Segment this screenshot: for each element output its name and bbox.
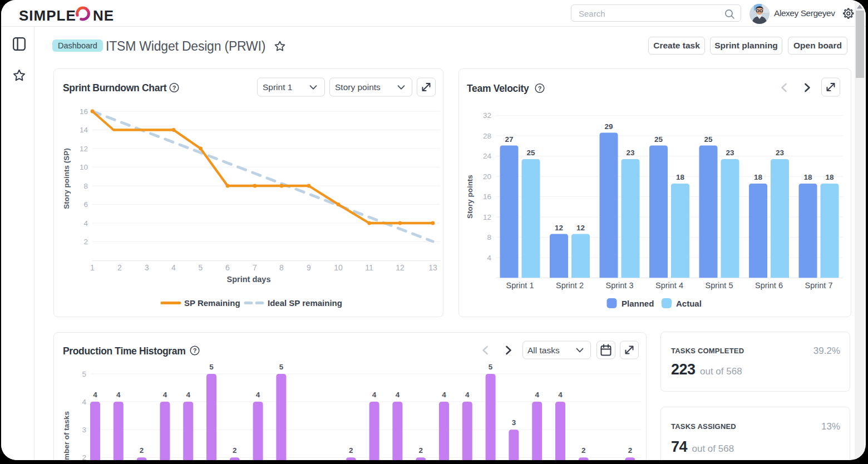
svg-text:Sprint 1: Sprint 1 [263, 82, 292, 92]
svg-text:18: 18 [803, 173, 812, 181]
svg-text:23: 23 [626, 149, 635, 157]
svg-text:Sprint Burndown Chart: Sprint Burndown Chart [63, 82, 167, 93]
svg-text:28: 28 [483, 132, 491, 140]
svg-text:4: 4 [372, 391, 377, 399]
svg-text:4: 4 [186, 391, 190, 399]
svg-text:5: 5 [199, 263, 203, 272]
svg-text:12: 12 [576, 224, 585, 232]
svg-text:24: 24 [483, 152, 492, 160]
svg-text:9: 9 [307, 263, 311, 272]
svg-text:NE: NE [93, 7, 114, 23]
svg-text:4: 4 [93, 391, 97, 399]
svg-text:2: 2 [140, 446, 144, 455]
svg-text:4: 4 [256, 391, 260, 399]
svg-text:2: 2 [418, 446, 423, 455]
svg-text:6: 6 [225, 263, 230, 272]
svg-text:12: 12 [396, 263, 405, 272]
svg-text:2: 2 [349, 446, 353, 455]
svg-text:25: 25 [654, 135, 663, 144]
svg-text:8: 8 [279, 263, 284, 272]
svg-text:10: 10 [80, 163, 88, 171]
svg-text:5: 5 [279, 363, 284, 371]
svg-text:Sprint 2: Sprint 2 [556, 281, 584, 290]
svg-text:5: 5 [489, 363, 493, 371]
svg-text:4: 4 [82, 398, 86, 406]
svg-text:?: ? [193, 347, 197, 354]
svg-text:2: 2 [82, 453, 86, 460]
svg-text:10: 10 [334, 263, 343, 272]
svg-text:?: ? [172, 85, 176, 91]
svg-text:2: 2 [581, 446, 586, 455]
svg-text:Story points: Story points [466, 175, 474, 219]
svg-text:Ideal SP remaining: Ideal SP remaining [268, 298, 342, 308]
svg-text:Planned: Planned [622, 299, 654, 308]
svg-text:Production Time Histogram: Production Time Histogram [63, 345, 185, 357]
svg-text:SP Remaining: SP Remaining [184, 298, 240, 308]
svg-text:20: 20 [483, 172, 491, 181]
svg-text:4: 4 [116, 391, 121, 399]
svg-text:12: 12 [483, 213, 491, 221]
svg-text:18: 18 [825, 173, 834, 181]
svg-text:27: 27 [505, 135, 513, 144]
svg-text:All tasks: All tasks [527, 345, 560, 355]
svg-text:18: 18 [754, 173, 763, 181]
svg-text:1: 1 [90, 263, 95, 272]
svg-text:Story points: Story points [335, 82, 381, 92]
svg-text:4: 4 [83, 219, 88, 228]
svg-text:Sprint 1: Sprint 1 [506, 281, 534, 290]
svg-text:2: 2 [83, 238, 88, 246]
svg-text:25: 25 [526, 149, 535, 157]
svg-text:Sprint 7: Sprint 7 [805, 281, 833, 290]
svg-text:14: 14 [80, 126, 88, 134]
svg-text:23: 23 [726, 149, 734, 157]
svg-text:4: 4 [396, 391, 400, 399]
svg-text:12: 12 [80, 145, 88, 153]
svg-text:Actual: Actual [676, 299, 702, 308]
svg-text:6: 6 [83, 200, 88, 209]
svg-text:4: 4 [465, 391, 470, 399]
svg-text:16: 16 [80, 107, 88, 116]
svg-text:Story points (SP): Story points (SP) [62, 148, 71, 209]
svg-text:4: 4 [171, 263, 176, 272]
svg-text:13: 13 [428, 263, 437, 272]
svg-text:2: 2 [233, 446, 237, 455]
svg-text:Sprint 4: Sprint 4 [655, 281, 683, 290]
svg-text:2: 2 [117, 263, 122, 272]
svg-text:3: 3 [82, 426, 86, 434]
svg-text:32: 32 [483, 111, 491, 120]
svg-text:4: 4 [558, 391, 563, 399]
svg-text:11: 11 [365, 263, 373, 272]
svg-text:Sprint 5: Sprint 5 [706, 281, 733, 290]
svg-text:29: 29 [604, 122, 613, 131]
svg-text:SIMPLE: SIMPLE [19, 7, 76, 23]
svg-text:3: 3 [512, 418, 516, 427]
svg-text:16: 16 [483, 192, 491, 201]
svg-text:18: 18 [676, 173, 685, 181]
svg-text:23: 23 [776, 149, 785, 157]
svg-text:Sprint days: Sprint days [227, 275, 271, 284]
svg-text:8: 8 [83, 182, 88, 190]
svg-text:Team Velocity: Team Velocity [467, 83, 529, 94]
svg-text:Sprint 6: Sprint 6 [755, 281, 783, 290]
svg-text:12: 12 [555, 224, 563, 232]
svg-text:4: 4 [535, 391, 539, 399]
svg-text:8: 8 [487, 233, 491, 241]
svg-text:5: 5 [209, 363, 214, 371]
svg-text:4: 4 [442, 391, 446, 399]
svg-text:Sprint 3: Sprint 3 [606, 281, 634, 290]
svg-text:2: 2 [628, 446, 633, 455]
svg-text:25: 25 [704, 135, 713, 144]
svg-text:5: 5 [82, 370, 86, 378]
svg-text:Number of tasks: Number of tasks [62, 411, 71, 460]
svg-text:4: 4 [487, 254, 491, 262]
svg-text:7: 7 [253, 263, 257, 272]
svg-text:3: 3 [145, 263, 149, 272]
svg-text:?: ? [538, 85, 542, 92]
svg-text:4: 4 [163, 391, 167, 399]
